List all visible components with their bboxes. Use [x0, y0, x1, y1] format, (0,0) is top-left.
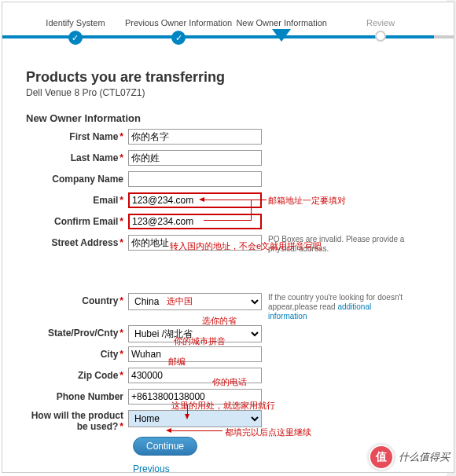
- continue-button[interactable]: Continue: [133, 437, 197, 456]
- confirm-email-label: Confirm Email: [54, 216, 118, 227]
- country-label: Country: [82, 295, 118, 306]
- company-input[interactable]: [128, 171, 262, 187]
- first-name-input[interactable]: [128, 129, 262, 145]
- current-step-icon: [272, 29, 291, 42]
- step-identify-system: Identify System: [26, 18, 125, 46]
- step-previous-owner: Previous Owner Information: [125, 18, 232, 46]
- email-input[interactable]: [128, 192, 262, 208]
- product-subtitle: Dell Venue 8 Pro (CTL07Z1): [26, 87, 430, 98]
- future-step-icon: [375, 31, 386, 42]
- section-title: New Owner Information: [26, 112, 430, 124]
- watermark: 值 什么值得买: [369, 445, 450, 470]
- check-icon: [171, 31, 186, 45]
- street-input[interactable]: [128, 235, 262, 251]
- last-name-label: Last Name: [71, 152, 119, 163]
- first-name-label: First Name: [69, 131, 118, 142]
- usage-label: How will the product be used?: [31, 410, 123, 432]
- last-name-input[interactable]: [128, 150, 262, 166]
- street-label: Street Address: [51, 237, 118, 248]
- form-container: Identify System Previous Owner Informati…: [2, 2, 454, 473]
- phone-input[interactable]: [128, 389, 262, 405]
- city-label: City: [101, 349, 119, 360]
- zip-input[interactable]: [128, 368, 262, 383]
- zip-label: Zip Code: [78, 370, 118, 381]
- state-label: State/Prov/Cnty: [48, 328, 118, 339]
- watermark-icon: 值: [369, 445, 394, 470]
- state-select[interactable]: Hubei /湖北省: [128, 325, 262, 342]
- country-select[interactable]: China: [128, 293, 262, 310]
- progress-stepper: Identify System Previous Owner Informati…: [26, 18, 430, 57]
- email-label: Email: [93, 195, 118, 206]
- usage-select[interactable]: Home: [128, 410, 262, 427]
- street-hint: PO Boxes are invalid. Please provide a p…: [268, 235, 410, 254]
- check-icon: [68, 31, 83, 45]
- page-title: Products you are transferring: [26, 69, 430, 86]
- company-label: Company Name: [52, 174, 123, 185]
- country-hint: If the country you're looking for doesn'…: [268, 293, 410, 321]
- step-review: Review: [331, 18, 430, 46]
- step-new-owner: New Owner Information: [232, 18, 331, 46]
- phone-label: Phone Number: [57, 391, 123, 402]
- confirm-email-input[interactable]: [128, 214, 262, 229]
- city-input[interactable]: [128, 346, 262, 362]
